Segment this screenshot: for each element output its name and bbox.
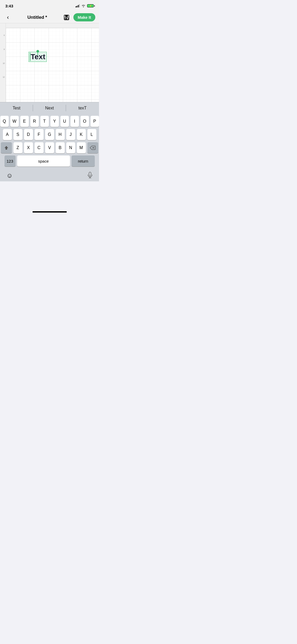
battery-icon: ⚡: [87, 4, 95, 7]
key-o[interactable]: O: [81, 116, 89, 127]
key-c[interactable]: C: [35, 142, 44, 153]
key-r[interactable]: R: [30, 116, 39, 127]
status-bar: 3:43 ⚡: [0, 0, 99, 12]
key-d[interactable]: D: [24, 129, 33, 140]
ruler-mark-8: 8: [4, 48, 5, 50]
keyboard-row-2: A S D F G H J K L: [1, 129, 98, 140]
svg-rect-1: [65, 15, 68, 17]
text-handle: [36, 50, 40, 55]
header: ‹ Untitled * Make It: [0, 12, 99, 23]
document-title: Untitled *: [27, 15, 47, 20]
ruler-mark-6: 6: [4, 34, 5, 36]
key-l[interactable]: L: [87, 129, 96, 140]
text-cursor: [30, 53, 30, 61]
key-a[interactable]: A: [3, 129, 12, 140]
emoji-button[interactable]: ☺: [6, 172, 13, 179]
back-chevron-icon: ‹: [7, 14, 9, 21]
autocorrect-suggestion-1[interactable]: Test: [0, 102, 33, 114]
bottom-bar: ☺: [0, 170, 99, 181]
return-key[interactable]: return: [72, 155, 95, 167]
key-s[interactable]: S: [13, 129, 22, 140]
signal-bars-icon: [76, 4, 80, 7]
key-k[interactable]: K: [77, 129, 86, 140]
ruler-mark-10: 10: [3, 62, 5, 64]
status-time: 3:43: [5, 4, 13, 8]
svg-rect-3: [66, 18, 67, 19]
text-canvas-element[interactable]: Text: [29, 52, 47, 62]
ruler-mark-12: 12: [3, 76, 5, 78]
ruler-left: 6 8 10 12: [0, 23, 6, 102]
key-u[interactable]: U: [60, 116, 69, 127]
make-it-button[interactable]: Make It: [73, 13, 95, 21]
numbers-key[interactable]: 123: [4, 155, 16, 167]
home-indicator: [32, 211, 67, 213]
key-w[interactable]: W: [10, 116, 19, 127]
autocorrect-suggestion-3[interactable]: texT: [66, 102, 99, 114]
key-p[interactable]: P: [91, 116, 99, 127]
autocorrect-bar: Test Next texT: [0, 102, 99, 114]
key-x[interactable]: X: [24, 142, 33, 153]
back-button[interactable]: ‹: [4, 13, 12, 22]
svg-rect-8: [89, 172, 91, 176]
shift-icon: [4, 145, 9, 150]
key-i[interactable]: I: [70, 116, 79, 127]
grid-canvas: [6, 28, 99, 102]
key-m[interactable]: M: [77, 142, 86, 153]
delete-key[interactable]: [87, 142, 98, 153]
key-b[interactable]: B: [56, 142, 65, 153]
status-icons: ⚡: [76, 4, 95, 8]
save-disk-icon: [63, 14, 70, 21]
save-button[interactable]: [62, 13, 71, 22]
svg-rect-5: [6, 28, 99, 102]
key-f[interactable]: F: [35, 129, 44, 140]
key-g[interactable]: G: [45, 129, 54, 140]
keyboard-row-4: 123 space return: [1, 155, 98, 167]
header-actions: Make It: [62, 13, 95, 22]
keyboard-row-1: Q W E R T Y U I O P: [1, 116, 98, 127]
delete-icon: [90, 146, 96, 150]
keyboard-row-3: Z X C V B N M: [1, 142, 98, 153]
key-j[interactable]: J: [66, 129, 75, 140]
key-z[interactable]: Z: [13, 142, 22, 153]
key-v[interactable]: V: [45, 142, 54, 153]
keyboard: Q W E R T Y U I O P A S D F G H J K L Z …: [0, 114, 99, 170]
key-t[interactable]: T: [40, 116, 49, 127]
ruler-top: [6, 23, 99, 28]
autocorrect-suggestion-2[interactable]: Next: [33, 102, 66, 114]
key-h[interactable]: H: [56, 129, 65, 140]
key-q[interactable]: Q: [0, 116, 9, 127]
space-key[interactable]: space: [17, 155, 70, 167]
microphone-button[interactable]: [87, 172, 93, 180]
wifi-icon: [81, 4, 86, 8]
shift-key[interactable]: [1, 142, 12, 153]
canvas-area[interactable]: 6 8 10 12 Text: [0, 23, 99, 102]
key-n[interactable]: N: [66, 142, 75, 153]
key-y[interactable]: Y: [50, 116, 59, 127]
key-e[interactable]: E: [20, 116, 29, 127]
